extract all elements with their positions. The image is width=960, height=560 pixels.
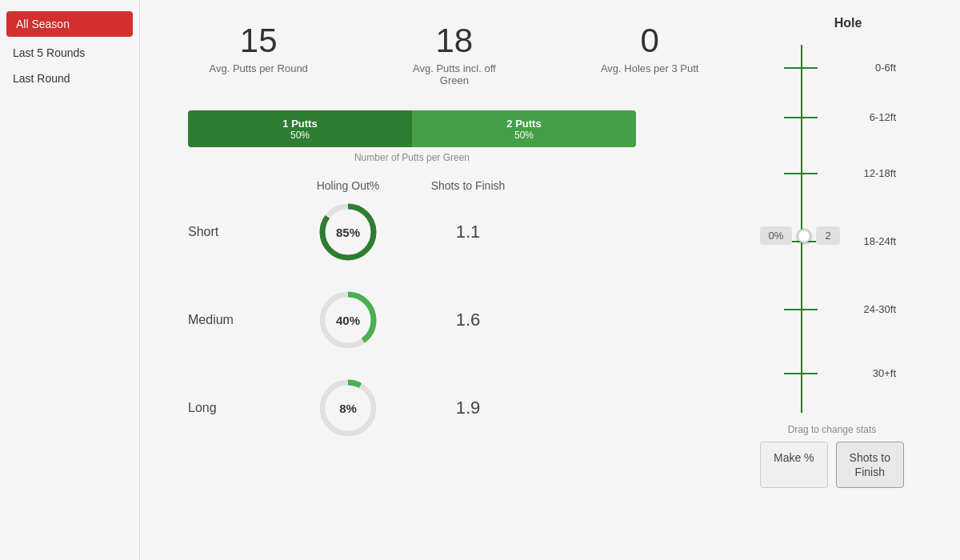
stat-label-3putt: Avg. Holes per 3 Putt [601,62,699,74]
tick-0-6ft [784,67,818,69]
hole-title: Hole [760,16,936,30]
donut-medium: 40% [284,288,412,352]
label-6-12ft: 6-12ft [870,111,896,123]
stat-number-3putt: 0 [601,24,699,58]
stat-label-putts: Avg. Putts per Round [210,62,308,74]
table-header: Holing Out% Shots to Finish [188,179,744,192]
sidebar: All Season Last 5 Rounds Last Round [0,0,140,560]
putts-bar-container: 1 Putts 50% 2 Putts 50% Number of Putts … [164,110,744,163]
stats-row: 15 Avg. Putts per Round 18 Avg. Putts in… [164,24,744,86]
sidebar-item-all-season[interactable]: All Season [6,11,133,37]
table-row-long: Long 8% 1.9 [188,376,744,440]
putts-segment-two: 2 Putts 50% [412,110,636,147]
slider-thumb[interactable] [797,229,811,243]
slider-left-badge: 0% [760,226,792,245]
stat-number-putts-off: 18 [398,24,510,58]
sidebar-item-last5[interactable]: Last 5 Rounds [0,40,139,66]
distance-label-medium: Medium [188,313,284,327]
drag-label: Drag to change stats [760,424,904,435]
tick-30plus-ft [784,373,818,374]
label-30plus-ft: 30+ft [873,367,896,379]
stat-avg-putts: 15 Avg. Putts per Round [210,24,308,86]
donut-pct-short: 85% [336,226,360,239]
shots-value-short: 1.1 [412,222,524,242]
col-header-shots: Shots to Finish [412,179,524,192]
distance-label-short: Short [188,225,284,239]
donut-pct-long: 8% [339,402,357,415]
shots-value-long: 1.9 [412,398,524,418]
right-panel: Hole 0-6ft 6-12ft 12-18ft 0% 2 18-24ft [760,16,936,544]
distance-label-long: Long [188,401,284,415]
table-row-medium: Medium 40% 1.6 [188,288,744,352]
main-content: 15 Avg. Putts per Round 18 Avg. Putts in… [140,0,960,560]
donut-pct-medium: 40% [336,314,360,327]
stat-number-putts: 15 [210,24,308,58]
left-panel: 15 Avg. Putts per Round 18 Avg. Putts in… [164,16,744,544]
putts-bar-subtitle: Number of Putts per Green [188,152,636,163]
btn-make-pct[interactable]: Make % [760,442,828,488]
slider-right-value: 2 [816,226,840,245]
putts-segment-one: 1 Putts 50% [188,110,412,147]
stat-avg-putts-off-green: 18 Avg. Putts incl. off Green [398,24,510,86]
stat-label-putts-off: Avg. Putts incl. off Green [398,62,510,86]
btn-shots-to-finish[interactable]: Shots toFinish [836,442,904,488]
distance-table: Holing Out% Shots to Finish Short 85% 1.… [188,179,744,440]
shots-value-medium: 1.6 [412,310,524,330]
stat-avg-holes-3putt: 0 Avg. Holes per 3 Putt [601,24,699,86]
donut-long: 8% [284,376,412,440]
stat-buttons: Make % Shots toFinish [760,442,904,488]
label-0-6ft: 0-6ft [875,62,896,74]
donut-short: 85% [284,200,412,264]
tick-12-18ft [784,173,818,174]
sidebar-item-last-round[interactable]: Last Round [0,66,139,91]
tick-6-12ft [784,117,818,118]
hole-diagram: 0-6ft 6-12ft 12-18ft 0% 2 18-24ft 24-30f… [760,37,904,421]
label-18-24ft: 18-24ft [864,235,896,247]
tick-24-30ft [784,309,818,310]
table-row-short: Short 85% 1.1 [188,200,744,264]
putts-bar: 1 Putts 50% 2 Putts 50% [188,110,636,147]
col-header-holing: Holing Out% [284,179,412,192]
label-24-30ft: 24-30ft [864,303,896,315]
label-12-18ft: 12-18ft [864,167,896,179]
